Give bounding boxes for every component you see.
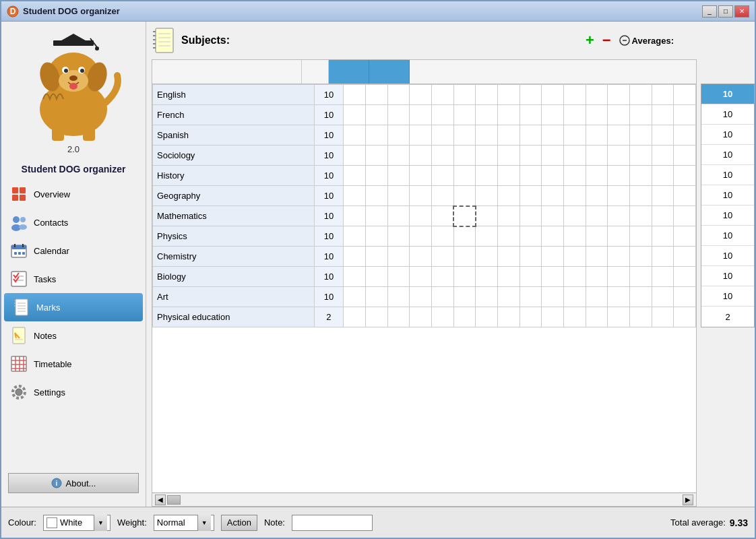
grade-cell[interactable] [410, 267, 432, 287]
sidebar-item-settings[interactable]: Settings [1, 378, 146, 406]
grade-cell[interactable] [453, 247, 476, 267]
grade-cell[interactable] [410, 206, 432, 226]
grade-cell[interactable] [652, 125, 674, 146]
scroll-right[interactable]: ▶ [683, 495, 693, 505]
grade-cell[interactable] [652, 206, 674, 226]
note-input[interactable] [292, 515, 373, 531]
grade-cell[interactable] [365, 287, 387, 307]
grade-cell[interactable] [629, 267, 652, 287]
grade-cell[interactable] [497, 307, 519, 327]
grade-cell[interactable] [387, 105, 410, 125]
subject-name-cell[interactable]: Geography [153, 186, 315, 206]
subject-name-cell[interactable]: English [153, 85, 315, 105]
subject-name-cell[interactable]: Spanish [153, 125, 315, 146]
grade-cell[interactable] [674, 186, 696, 206]
grade-cell[interactable] [476, 146, 498, 166]
grade-cell[interactable] [387, 226, 410, 247]
grade-cell[interactable] [497, 267, 519, 287]
grade-cell[interactable] [365, 226, 387, 247]
scroll-left[interactable]: ◀ [155, 495, 166, 505]
grade-cell[interactable] [563, 146, 586, 166]
grade-cell[interactable] [476, 85, 498, 105]
grade-cell[interactable] [542, 206, 564, 226]
grade-cell[interactable] [410, 166, 432, 186]
horizontal-scrollbar[interactable]: ◀ ▶ [152, 493, 696, 506]
grade-cell[interactable] [563, 287, 586, 307]
grade-cell[interactable] [387, 287, 410, 307]
subject-score-cell[interactable]: 10 [314, 85, 344, 105]
grade-cell[interactable] [387, 85, 410, 105]
minimize-button[interactable]: _ [702, 5, 717, 18]
grade-cell[interactable] [344, 125, 366, 146]
subject-score-cell[interactable]: 10 [314, 146, 344, 166]
grade-cell[interactable] [497, 85, 519, 105]
grade-cell[interactable] [431, 186, 453, 206]
grade-cell[interactable] [410, 186, 432, 206]
grade-cell[interactable] [629, 287, 652, 307]
grade-cell[interactable] [410, 307, 432, 327]
grade-cell[interactable] [652, 146, 674, 166]
grade-cell[interactable] [586, 307, 608, 327]
grade-cell[interactable] [608, 206, 630, 226]
subject-name-cell[interactable]: Chemistry [153, 247, 315, 267]
grade-cell[interactable] [608, 226, 630, 247]
maximize-button[interactable]: □ [718, 5, 733, 18]
subject-name-cell[interactable]: Art [153, 287, 315, 307]
grade-cell[interactable] [410, 226, 432, 247]
grade-cell[interactable] [431, 247, 453, 267]
grade-cell[interactable] [586, 186, 608, 206]
grade-cell[interactable] [519, 226, 542, 247]
grade-cell[interactable] [344, 206, 366, 226]
grade-cell[interactable] [652, 166, 674, 186]
grade-cell[interactable] [431, 226, 453, 247]
grade-cell[interactable] [476, 105, 498, 125]
grade-cell[interactable] [365, 247, 387, 267]
grade-cell[interactable] [629, 146, 652, 166]
grades-table-scroll[interactable]: English10French10Spanish10Sociology10His… [152, 84, 696, 493]
grade-cell[interactable] [542, 226, 564, 247]
colour-dropdown-arrow[interactable]: ▼ [94, 515, 107, 531]
subject-score-cell[interactable]: 10 [314, 125, 344, 146]
sidebar-item-notes[interactable]: Notes [1, 321, 146, 350]
grade-cell[interactable] [542, 186, 564, 206]
grade-cell[interactable] [608, 125, 630, 146]
grade-cell[interactable] [431, 166, 453, 186]
grade-cell[interactable] [365, 206, 387, 226]
weight-dropdown-arrow[interactable]: ▼ [197, 515, 211, 531]
grade-cell[interactable] [365, 307, 387, 327]
subject-name-cell[interactable]: French [153, 105, 315, 125]
grade-cell[interactable] [586, 85, 608, 105]
grade-cell[interactable] [586, 105, 608, 125]
grade-cell[interactable] [497, 186, 519, 206]
grade-cell[interactable] [344, 247, 366, 267]
grade-cell[interactable] [608, 247, 630, 267]
subject-name-cell[interactable]: History [153, 166, 315, 186]
grade-cell[interactable] [629, 307, 652, 327]
action-button[interactable]: Action [221, 515, 257, 531]
subject-name-cell[interactable]: Physical education [153, 307, 315, 327]
grade-cell[interactable] [410, 146, 432, 166]
grade-cell[interactable] [476, 125, 498, 146]
grade-cell[interactable] [519, 146, 542, 166]
subject-score-cell[interactable]: 10 [314, 186, 344, 206]
grade-cell[interactable] [387, 206, 410, 226]
grade-cell[interactable] [563, 125, 586, 146]
subject-score-cell[interactable]: 2 [314, 307, 344, 327]
grade-cell[interactable] [476, 307, 498, 327]
grade-cell[interactable] [431, 267, 453, 287]
grade-cell[interactable] [365, 267, 387, 287]
grade-cell[interactable] [652, 307, 674, 327]
scroll-thumb[interactable] [167, 495, 181, 505]
grade-cell[interactable] [387, 125, 410, 146]
grade-cell[interactable] [431, 146, 453, 166]
grade-cell[interactable] [497, 166, 519, 186]
grade-cell[interactable] [431, 307, 453, 327]
grade-cell[interactable] [608, 307, 630, 327]
grade-cell[interactable] [542, 105, 564, 125]
sidebar-item-calendar[interactable]: Calendar [1, 236, 146, 265]
grade-cell[interactable] [387, 146, 410, 166]
grade-cell[interactable] [608, 287, 630, 307]
grade-cell[interactable] [453, 226, 476, 247]
weight-select[interactable]: Normal ▼ [154, 515, 214, 531]
grade-cell[interactable] [674, 206, 696, 226]
